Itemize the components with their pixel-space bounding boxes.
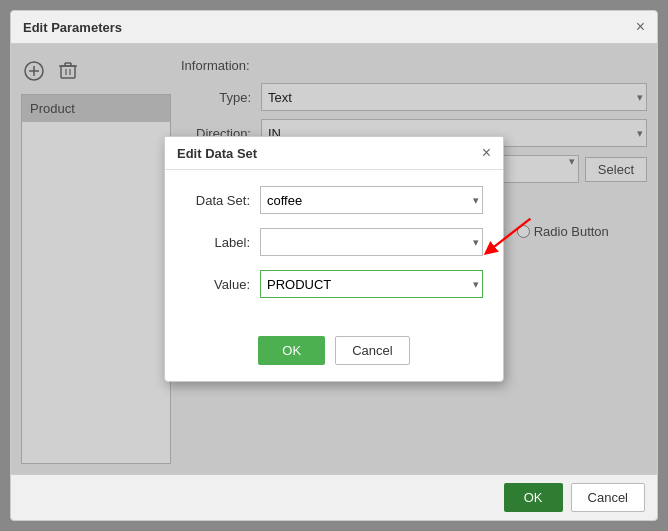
main-dialog-footer: OK Cancel — [11, 474, 657, 520]
sub-dialog-header: Edit Data Set × — [165, 137, 503, 170]
sub-dataset-row: Data Set: coffee ▾ — [185, 186, 483, 214]
sub-dataset-select[interactable]: coffee — [260, 186, 483, 214]
sub-dialog-body: Data Set: coffee ▾ Label: — [165, 170, 503, 328]
main-dialog-close-button[interactable]: × — [636, 19, 645, 35]
sub-label-row: Label: ▾ — [185, 228, 483, 256]
sub-dialog-close-button[interactable]: × — [482, 145, 491, 161]
sub-label-select-wrapper: ▾ — [260, 228, 483, 256]
sub-label-select[interactable] — [260, 228, 483, 256]
sub-dataset-select-wrapper: coffee ▾ — [260, 186, 483, 214]
sub-value-row: Value: PRODUCT ▾ — [185, 270, 483, 298]
sub-value-label: Value: — [185, 277, 260, 292]
main-cancel-button[interactable]: Cancel — [571, 483, 645, 512]
sub-value-select-wrapper: PRODUCT ▾ — [260, 270, 483, 298]
main-dialog: Edit Parameters × — [10, 10, 658, 521]
main-ok-button[interactable]: OK — [504, 483, 563, 512]
sub-dialog-ok-button[interactable]: OK — [258, 336, 325, 365]
main-dialog-title: Edit Parameters — [23, 20, 122, 35]
sub-dialog-title: Edit Data Set — [177, 146, 257, 161]
svg-line-11 — [489, 219, 530, 251]
sub-label-label: Label: — [185, 235, 260, 250]
main-dialog-body: Product Information: Type: Text ▾ Direct… — [11, 44, 657, 474]
main-dialog-header: Edit Parameters × — [11, 11, 657, 44]
red-arrow-annotation — [480, 214, 535, 269]
sub-dialog-overlay: Edit Data Set × Data Set: coffee ▾ — [11, 44, 657, 474]
sub-dataset-label: Data Set: — [185, 193, 260, 208]
sub-dialog-cancel-button[interactable]: Cancel — [335, 336, 409, 365]
sub-dialog: Edit Data Set × Data Set: coffee ▾ — [164, 136, 504, 382]
sub-value-select[interactable]: PRODUCT — [260, 270, 483, 298]
sub-dialog-footer: OK Cancel — [165, 328, 503, 381]
